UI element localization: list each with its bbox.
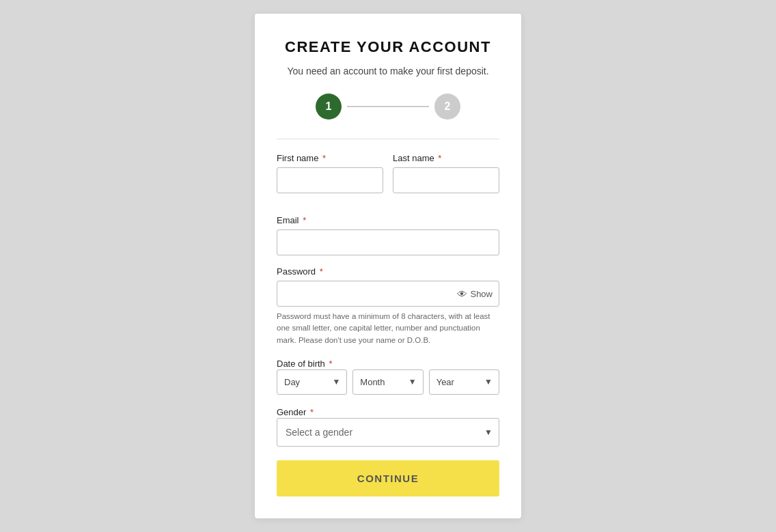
last-name-required: * <box>436 153 442 163</box>
first-name-required: * <box>320 153 326 163</box>
gender-select[interactable]: Select a gender Male Female Other <box>277 418 499 447</box>
dob-label: Date of birth * <box>277 359 333 369</box>
step-2-circle: 2 <box>434 94 460 120</box>
gender-group: Gender * Select a gender Male Female Oth… <box>277 406 499 447</box>
last-name-label: Last name * <box>393 153 499 163</box>
first-name-group: First name * <box>277 153 383 193</box>
password-required: * <box>317 266 323 277</box>
step-1-circle: 1 <box>316 94 342 120</box>
gender-select-wrapper: Select a gender Male Female Other ▼ <box>277 418 499 447</box>
dob-required: * <box>327 359 333 369</box>
password-label: Password * <box>277 266 499 277</box>
page-subtitle: You need an account to make your first d… <box>277 64 499 79</box>
year-select-wrapper: Year ▼ <box>429 369 499 395</box>
last-name-group: Last name * <box>393 153 499 193</box>
divider <box>277 139 499 139</box>
password-wrapper: 👁 Show <box>277 281 499 307</box>
day-select-wrapper: Day ▼ <box>277 369 347 395</box>
show-password-button[interactable]: 👁 Show <box>457 288 493 300</box>
step-line <box>347 106 429 107</box>
password-hint: Password must have a minimum of 8 charac… <box>277 311 499 346</box>
name-row: First name * Last name * <box>277 153 499 204</box>
password-group: Password * 👁 Show Password must have a m… <box>277 266 499 346</box>
email-input[interactable] <box>277 229 499 255</box>
dob-row: Day ▼ Month ▼ Year ▼ <box>277 369 499 395</box>
gender-label: Gender * <box>277 407 314 417</box>
last-name-input[interactable] <box>393 167 499 193</box>
create-account-card: CREATE YOUR ACCOUNT You need an account … <box>255 14 521 518</box>
dob-group: Date of birth * Day ▼ Month ▼ Year ▼ <box>277 357 499 395</box>
email-group: Email * <box>277 215 499 255</box>
month-select[interactable]: Month <box>352 369 423 395</box>
continue-button[interactable]: CONTINUE <box>277 460 499 496</box>
month-select-wrapper: Month ▼ <box>352 369 423 395</box>
stepper: 1 2 <box>277 94 499 120</box>
email-label: Email * <box>277 215 499 225</box>
day-select[interactable]: Day <box>277 369 347 395</box>
year-select[interactable]: Year <box>429 369 499 395</box>
first-name-label: First name * <box>277 153 383 163</box>
eye-icon: 👁 <box>457 288 467 300</box>
email-required: * <box>301 215 307 225</box>
page-title: CREATE YOUR ACCOUNT <box>277 38 499 56</box>
first-name-input[interactable] <box>277 167 383 193</box>
gender-required: * <box>307 407 314 417</box>
